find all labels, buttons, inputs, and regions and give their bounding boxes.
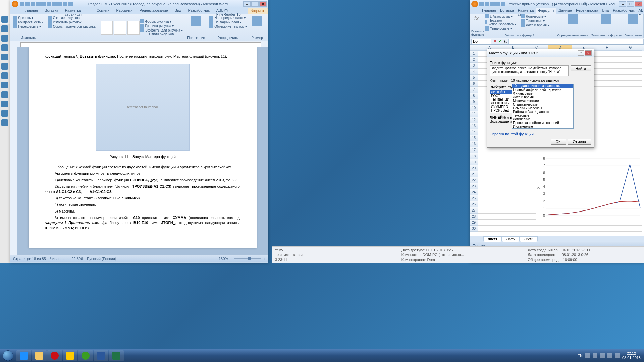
row-header[interactable]: 7 xyxy=(470,87,478,93)
taskbar-excel-button[interactable] xyxy=(109,350,124,361)
search-button[interactable]: Найти xyxy=(571,65,591,71)
cell[interactable] xyxy=(619,99,642,105)
row-header[interactable]: 30 xyxy=(470,226,478,232)
cell[interactable] xyxy=(619,147,642,153)
ribbon-tab[interactable]: Рецензирова xyxy=(574,8,600,14)
maximize-button[interactable]: □ xyxy=(627,1,634,7)
row-header[interactable]: 12 xyxy=(470,117,478,123)
page-scrollarea[interactable]: функций, кнопка fx Вставить функцию. Пос… xyxy=(17,47,268,255)
ribbon-tab[interactable]: Главная xyxy=(20,8,41,14)
ribbon-tab[interactable]: Рецензирование xyxy=(136,8,171,14)
ribbon-tab[interactable]: Разработчик xyxy=(185,8,213,14)
datetime-button[interactable]: Дата и время ▾ xyxy=(521,23,554,27)
ribbon-tab[interactable]: Главная xyxy=(480,8,498,14)
cell[interactable] xyxy=(478,189,501,195)
picture-border-button[interactable]: Граница рисунка ▾ xyxy=(140,24,183,28)
tray-icon[interactable] xyxy=(600,353,605,358)
row-header[interactable]: 4 xyxy=(470,69,478,75)
ribbon-tab[interactable]: Вставка xyxy=(498,8,516,14)
row-header[interactable]: 5 xyxy=(470,75,478,81)
cell[interactable] xyxy=(501,214,525,220)
column-header[interactable]: G xyxy=(619,45,642,51)
start-button[interactable] xyxy=(0,349,16,362)
office-button[interactable] xyxy=(471,1,478,7)
picture-style-thumb[interactable] xyxy=(127,21,140,35)
taskbar-word-button[interactable] xyxy=(94,350,108,361)
cell[interactable] xyxy=(595,63,619,69)
ok-button[interactable]: ОК xyxy=(551,139,566,145)
cell[interactable] xyxy=(548,226,572,232)
picture-style-thumb[interactable] xyxy=(114,21,126,35)
category-item[interactable]: Инженерные xyxy=(512,125,573,128)
ribbon-tab[interactable]: ABBYY FineRe xyxy=(637,8,644,14)
text-button[interactable]: Текстовые ▾ xyxy=(521,19,554,23)
cell[interactable] xyxy=(478,177,501,183)
taskbar-yandex-button[interactable] xyxy=(63,350,77,361)
cell[interactable] xyxy=(595,129,619,135)
cell[interactable] xyxy=(595,226,619,232)
row-header[interactable]: 15 xyxy=(470,135,478,141)
cell[interactable] xyxy=(619,69,642,75)
picture-effects-button[interactable]: Эффекты для рисунка ▾ xyxy=(140,28,183,32)
tray-icon[interactable] xyxy=(615,353,620,358)
cell[interactable] xyxy=(595,57,619,63)
cancel-icon[interactable]: ✕ xyxy=(493,39,498,43)
cell[interactable] xyxy=(478,226,501,232)
embedded-chart[interactable]: 012345678y xyxy=(536,155,644,222)
cell[interactable] xyxy=(478,153,501,159)
quick-access-toolbar[interactable] xyxy=(20,2,73,6)
ribbon-tab[interactable]: Разметка стр xyxy=(516,8,536,14)
status-page[interactable]: Страница: 18 из 85 xyxy=(13,257,46,261)
ribbon-tab[interactable]: ABBYY FineReader 10 xyxy=(213,8,248,14)
row-header[interactable]: 20 xyxy=(470,165,478,171)
category-item[interactable]: Проверка свойств и значений xyxy=(512,121,573,125)
cell[interactable] xyxy=(478,165,501,171)
taskbar-explorer-button[interactable] xyxy=(32,350,47,361)
office-button[interactable] xyxy=(12,1,18,7)
ribbon-tab[interactable]: Ссылки xyxy=(93,8,113,14)
logical-button[interactable]: Логические ▾ xyxy=(521,14,554,18)
cancel-button[interactable]: Отмена xyxy=(568,139,591,145)
category-combobox[interactable]: 10 недавно использовавшихся xyxy=(510,78,572,83)
ribbon-tab[interactable]: Вид xyxy=(171,8,185,14)
cell[interactable] xyxy=(595,111,619,117)
picture-style-thumb[interactable] xyxy=(101,21,113,35)
row-header[interactable]: 8 xyxy=(470,93,478,99)
cell[interactable] xyxy=(572,226,595,232)
row-header[interactable]: 9 xyxy=(470,99,478,105)
row-header[interactable]: 24 xyxy=(470,189,478,195)
clock[interactable]: 22:12 08.01.2013 xyxy=(622,351,641,360)
cell[interactable] xyxy=(501,165,525,171)
sheet-tab[interactable]: Лист3 xyxy=(520,236,537,242)
cell[interactable] xyxy=(619,111,642,117)
cell[interactable] xyxy=(501,207,525,214)
position-icon[interactable] xyxy=(191,16,201,26)
cell[interactable] xyxy=(619,63,642,69)
cell[interactable] xyxy=(501,195,525,201)
cell[interactable] xyxy=(548,147,572,153)
row-header[interactable]: 25 xyxy=(470,195,478,201)
cell[interactable] xyxy=(619,105,642,111)
maximize-button[interactable]: □ xyxy=(251,1,259,7)
brightness-button[interactable]: Яркость ▾ xyxy=(13,16,44,20)
cell[interactable] xyxy=(619,226,642,232)
autosum-button[interactable]: Σ Автосумма ▾ xyxy=(485,14,518,18)
cell[interactable] xyxy=(595,99,619,105)
cell[interactable] xyxy=(619,135,642,141)
cell[interactable] xyxy=(619,81,642,87)
picture-shape-button[interactable]: Форма рисунка ▾ xyxy=(140,19,183,23)
dialog-titlebar[interactable]: Мастер функций - шаг 1 из 2 ? × xyxy=(487,49,594,57)
row-header[interactable]: 18 xyxy=(470,153,478,159)
sheet-tab[interactable]: Лист1 xyxy=(483,236,502,242)
tray-icon[interactable] xyxy=(607,353,612,358)
cell[interactable] xyxy=(619,123,642,129)
row-header[interactable]: 26 xyxy=(470,201,478,207)
ribbon-tab[interactable]: Разработчик xyxy=(611,8,636,14)
row-header[interactable]: 13 xyxy=(470,123,478,129)
vertical-ruler[interactable] xyxy=(10,47,17,255)
cell[interactable] xyxy=(595,123,619,129)
reset-picture-button[interactable]: Сброс параметров рисунка xyxy=(48,24,96,28)
financial-button[interactable]: Финансовые ▾ xyxy=(485,26,518,31)
cell[interactable] xyxy=(525,147,548,153)
cell[interactable] xyxy=(595,81,619,87)
